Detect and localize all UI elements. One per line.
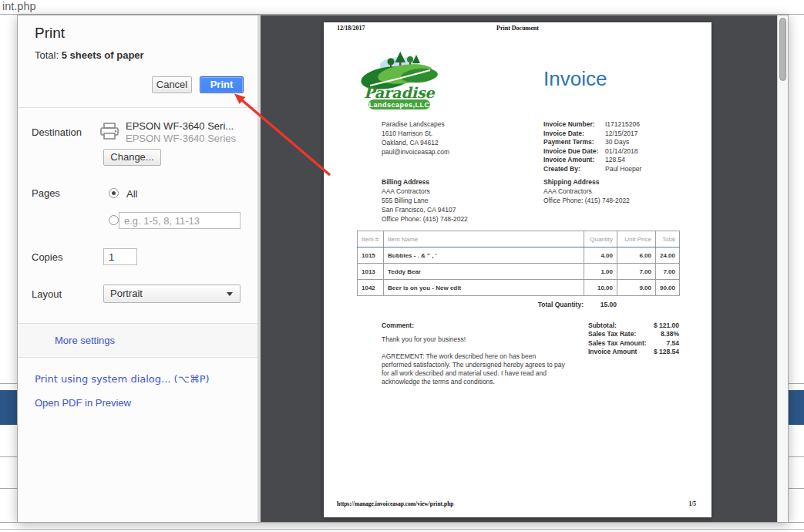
printer-name: EPSON WF-3640 Seri... [126, 120, 234, 132]
system-dialog-link[interactable]: Print using system dialog... (⌥⌘P) [35, 373, 210, 385]
agreement-text: AGREEMENT: The work described here on ha… [382, 352, 567, 386]
items-table: Item # Item Name Quantity Unit Price Tot… [357, 231, 680, 296]
print-header-title: Print Document [324, 25, 711, 32]
preview-scrollbar-thumb[interactable] [779, 18, 786, 81]
preview-scrollbar-track[interactable] [777, 15, 788, 522]
more-settings-row[interactable]: + More settings [18, 324, 257, 357]
print-footer: https://manage.invoiceasap.com/view/prin… [337, 500, 696, 507]
pages-label: Pages [32, 187, 60, 199]
print-preview-window: 12/18/2017 Print Document Paradise Lands… [17, 15, 789, 523]
cancel-button[interactable]: Cancel [152, 76, 192, 93]
pages-all-radio[interactable] [109, 188, 119, 198]
chevron-down-icon [227, 292, 233, 296]
totals-block: Subtotal:$ 121.00 Sales Tax Rate:8.38% S… [588, 322, 679, 356]
table-row: 1042 Beer is on you - New edit 10.00 9.0… [358, 280, 680, 296]
footer-url: https://manage.invoiceasap.com/view/prin… [337, 500, 453, 507]
table-row-line [0, 529, 804, 530]
items-table-header: Item # Item Name Quantity Unit Price Tot… [358, 231, 680, 247]
invoice-title: Invoice [543, 67, 607, 91]
dialog-title: Print [35, 25, 65, 42]
sheet-count: Total: 5 sheets of paper [35, 49, 144, 61]
billing-address: Billing Address AAA Contractors 555 Bill… [382, 177, 468, 224]
logo-subtitle: Landscapes,LLC [368, 101, 429, 109]
shipping-address: Shipping Address AAA Contractors Office … [543, 177, 630, 205]
comment-block: Comment: Thank you for your business! AG… [382, 322, 567, 386]
invoice-page: 12/18/2017 Print Document Paradise Lands… [324, 22, 711, 517]
print-settings-panel: Print Total: 5 sheets of paper Cancel Pr… [18, 15, 257, 522]
layout-select[interactable]: Portrait [103, 285, 241, 303]
total-quantity-value: 15.00 [586, 301, 617, 308]
printer-subtitle: EPSON WF-3640 Series [126, 133, 236, 144]
change-printer-button[interactable]: Change... [103, 149, 161, 166]
open-pdf-link[interactable]: Open PDF in Preview [35, 397, 131, 409]
total-quantity-label: Total Quantity: [463, 301, 584, 308]
page-range-input[interactable] [119, 212, 241, 229]
preview-backdrop: 12/18/2017 Print Document Paradise Lands… [261, 15, 777, 522]
print-button[interactable]: Print [200, 76, 244, 93]
pages-range-radio[interactable] [109, 215, 119, 225]
window-title: int.php [2, 0, 36, 12]
paradise-landscapes-logo: Paradise Landscapes,LLC [356, 50, 442, 112]
company-address: Paradise Landscapes 1610 Harrison St. Oa… [382, 120, 449, 157]
layout-label: Layout [32, 288, 62, 300]
copies-label: Copies [32, 251, 62, 263]
table-row: 1013 Teddy Bear 1.00 7.00 7.00 [358, 264, 680, 280]
more-settings-link[interactable]: More settings [55, 335, 115, 346]
table-row: 1015 Bubbles - . & " , ' 4.00 6.00 24.00 [358, 247, 680, 264]
destination-label: Destination [32, 126, 82, 138]
logo-wordmark: Paradise [364, 84, 436, 101]
printer-icon [99, 123, 119, 140]
footer-page-number: 1/5 [688, 500, 696, 507]
pages-all-label: All [126, 188, 137, 200]
separator [18, 107, 257, 108]
separator [18, 357, 257, 358]
invoice-details: Invoice Number:I171215206 Invoice Date:1… [543, 120, 641, 173]
copies-input[interactable] [103, 248, 137, 265]
